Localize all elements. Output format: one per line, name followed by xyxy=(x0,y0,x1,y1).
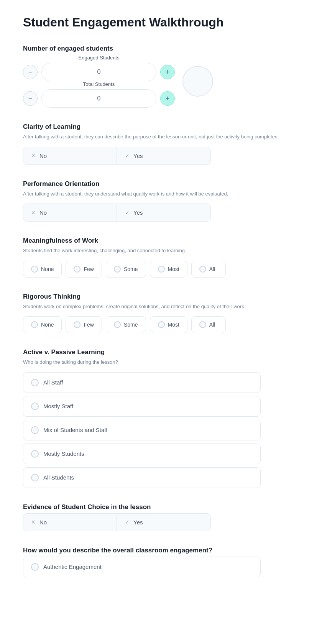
student-choice-yes-label: Yes xyxy=(133,519,143,526)
engaged-input[interactable] xyxy=(41,63,156,81)
performance-desc: After talking with a student, they under… xyxy=(23,190,299,198)
radio-circle xyxy=(74,266,80,273)
total-controls: − + xyxy=(23,89,175,108)
student-choice-yes-no: ✕ No ✓ Yes xyxy=(23,513,211,531)
authentic-engagement-label: Authentic Engagement xyxy=(43,564,102,570)
list-item[interactable]: All xyxy=(191,261,226,278)
radio-circle xyxy=(31,321,38,328)
list-item[interactable]: All Students xyxy=(23,467,261,488)
students-layout: Engaged Students − + Total Students − xyxy=(23,55,299,108)
overall-engagement-list: Authentic Engagement xyxy=(23,557,261,577)
radio-circle xyxy=(31,450,39,458)
total-input[interactable] xyxy=(41,89,156,108)
check-icon: ✓ xyxy=(125,153,130,159)
list-item[interactable]: Few xyxy=(66,261,102,278)
meaningfulness-radio-group: NoneFewSomeMostAll xyxy=(23,261,299,278)
clarity-no-label: No xyxy=(39,153,47,159)
clarity-title: Clarity of Learning xyxy=(23,123,299,131)
student-choice-title: Evidence of Student Choice in the lesson xyxy=(23,503,299,511)
list-item[interactable]: Few xyxy=(66,316,102,333)
radio-circle xyxy=(31,379,39,386)
x-icon-2: ✕ xyxy=(31,210,36,216)
list-item[interactable]: Mostly Students xyxy=(23,444,261,464)
radio-circle xyxy=(31,266,38,273)
page-title: Student Engagement Walkthrough xyxy=(23,15,299,30)
total-minus-button[interactable]: − xyxy=(23,91,38,106)
clarity-no-button[interactable]: ✕ No xyxy=(23,147,117,165)
engaged-plus-button[interactable]: + xyxy=(160,65,175,79)
overall-engagement-section: How would you describe the overall class… xyxy=(23,547,299,577)
radio-circle xyxy=(31,402,39,410)
radio-circle xyxy=(158,266,165,273)
active-passive-title: Active v. Passive Learning xyxy=(23,348,299,356)
list-item[interactable]: None xyxy=(23,261,62,278)
list-item[interactable]: Most xyxy=(150,316,187,333)
radio-circle xyxy=(31,426,39,434)
engaged-controls: − + xyxy=(23,63,175,81)
active-passive-section: Active v. Passive Learning Who is doing … xyxy=(23,348,299,488)
radio-circle xyxy=(158,321,165,328)
meaningfulness-section: Meaningfulness of Work Students find the… xyxy=(23,237,299,278)
radio-circle xyxy=(199,266,206,273)
counters-col: Engaged Students − + Total Students − xyxy=(23,55,175,108)
clarity-desc: After talking with a student, they can d… xyxy=(23,133,299,141)
rigorous-desc: Students work on complex problems, creat… xyxy=(23,303,299,310)
performance-no-button[interactable]: ✕ No xyxy=(23,204,117,222)
list-item[interactable]: None xyxy=(23,316,62,333)
performance-yes-label: Yes xyxy=(133,209,143,216)
clarity-section: Clarity of Learning After talking with a… xyxy=(23,123,299,165)
rigorous-section: Rigorous Thinking Students work on compl… xyxy=(23,293,299,334)
total-plus-button[interactable]: + xyxy=(160,91,175,106)
total-label: Total Students xyxy=(83,81,115,87)
minus-icon: − xyxy=(28,68,33,76)
student-choice-section: Evidence of Student Choice in the lesson… xyxy=(23,503,299,531)
performance-yes-no: ✕ No ✓ Yes xyxy=(23,204,211,222)
performance-title: Performance Orientation xyxy=(23,180,299,188)
clarity-yes-label: Yes xyxy=(133,153,143,159)
active-passive-desc: Who is doing the talking during the less… xyxy=(23,358,299,366)
list-item[interactable]: Most xyxy=(150,261,187,278)
meaningfulness-desc: Students find the work interesting, chal… xyxy=(23,247,299,255)
clarity-yes-button[interactable]: ✓ Yes xyxy=(117,147,211,165)
minus-icon-2: − xyxy=(28,95,33,103)
list-item[interactable]: Some xyxy=(106,261,146,278)
active-passive-list: All StaffMostly StaffMix of Students and… xyxy=(23,372,261,488)
plus-icon-2: + xyxy=(166,95,170,103)
radio-circle xyxy=(199,321,206,328)
overall-engagement-title: How would you describe the overall class… xyxy=(23,547,299,554)
student-choice-no-button[interactable]: ✕ No xyxy=(23,513,117,531)
list-item[interactable]: Mostly Staff xyxy=(23,396,261,417)
list-item[interactable]: Authentic Engagement xyxy=(23,557,261,577)
clarity-yes-no: ✕ No ✓ Yes xyxy=(23,147,211,165)
check-icon-3: ✓ xyxy=(125,519,130,525)
meaningfulness-title: Meaningfulness of Work xyxy=(23,237,299,245)
rigorous-radio-group: NoneFewSomeMostAll xyxy=(23,316,299,333)
radio-circle xyxy=(114,321,121,328)
student-choice-yes-button[interactable]: ✓ Yes xyxy=(117,513,211,531)
engaged-counter-row: Engaged Students − + xyxy=(23,55,175,81)
engaged-students-section: Number of engaged students Engaged Stude… xyxy=(23,45,299,108)
total-counter-row: Total Students − + xyxy=(23,81,175,108)
x-icon: ✕ xyxy=(31,153,36,159)
performance-no-label: No xyxy=(39,209,47,216)
radio-circle xyxy=(114,266,121,273)
engaged-students-title: Number of engaged students xyxy=(23,45,299,53)
x-icon-3: ✕ xyxy=(31,519,36,525)
radio-circle xyxy=(74,321,80,328)
list-item[interactable]: All Staff xyxy=(23,372,261,393)
engaged-label: Engaged Students xyxy=(79,55,120,61)
engaged-minus-button[interactable]: − xyxy=(23,65,38,79)
student-choice-no-label: No xyxy=(39,519,47,526)
rigorous-title: Rigorous Thinking xyxy=(23,293,299,301)
performance-yes-button[interactable]: ✓ Yes xyxy=(117,204,211,222)
radio-circle xyxy=(31,563,39,571)
plus-icon: + xyxy=(166,68,170,76)
radio-circle xyxy=(31,474,39,481)
list-item[interactable]: Some xyxy=(106,316,146,333)
list-item[interactable]: All xyxy=(191,316,226,333)
list-item[interactable]: Mix of Students and Staff xyxy=(23,420,261,440)
check-icon-2: ✓ xyxy=(125,210,130,216)
fraction-circle xyxy=(182,66,213,97)
performance-section: Performance Orientation After talking wi… xyxy=(23,180,299,222)
